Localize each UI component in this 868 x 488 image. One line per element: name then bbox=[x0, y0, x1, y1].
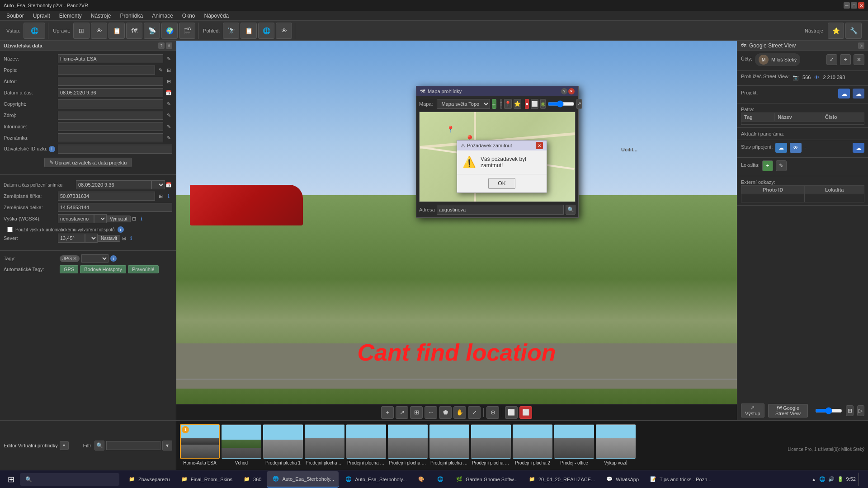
datum-snimku-select[interactable] bbox=[151, 180, 165, 189]
upravit-btn5[interactable]: 📡 bbox=[144, 23, 160, 39]
map-search-btn[interactable]: 🔍 bbox=[566, 205, 576, 215]
menu-animace[interactable]: Animace bbox=[147, 12, 178, 20]
thumb-item-8[interactable]: Prodejní plocha Vozy... bbox=[471, 424, 511, 466]
map-tool-square[interactable]: ⬜ bbox=[531, 99, 538, 109]
filter-btn[interactable]: 🔍 bbox=[94, 441, 104, 450]
pravouhle-btn[interactable]: Pravoúhlé bbox=[128, 265, 159, 273]
minimize-button[interactable]: ─ bbox=[844, 2, 850, 9]
vymazat-btn[interactable]: Vymazat bbox=[107, 216, 131, 222]
right-view-btn[interactable]: ⊞ bbox=[846, 405, 853, 416]
sever-info-btn[interactable]: ℹ bbox=[127, 235, 135, 242]
edit-user-data-btn[interactable]: ✎ Upravit uživatelská data projektu bbox=[44, 158, 132, 167]
vp-btn-poly[interactable]: ⬟ bbox=[439, 406, 452, 419]
userid-input[interactable] bbox=[58, 145, 172, 154]
nazev-edit-btn[interactable]: ✎ bbox=[165, 55, 172, 62]
thumb-item-3[interactable]: Prodejní plocha 1 bbox=[263, 424, 303, 466]
bodove-hotspoty-btn[interactable]: Bodové Hotspoty bbox=[80, 265, 126, 273]
map-tool-red[interactable]: ● bbox=[525, 99, 529, 109]
mapa-add-btn[interactable]: + bbox=[492, 99, 496, 109]
taskbar-item-tips[interactable]: 📝 Tips and tricks - Pozn... bbox=[644, 471, 716, 488]
menu-upravit[interactable]: Upravit bbox=[28, 12, 55, 20]
vyska-copy-btn[interactable]: ⊞ bbox=[131, 215, 138, 222]
thumb-item-5[interactable]: Prodejní plocha SUV bbox=[346, 424, 386, 466]
map-zoom-slider[interactable] bbox=[547, 100, 575, 108]
thumb-item-7[interactable]: Prodejní plocha Rod... bbox=[429, 424, 469, 466]
vp-btn-hand[interactable]: ✋ bbox=[453, 406, 466, 419]
adresa-input[interactable] bbox=[437, 205, 564, 215]
pohled-btn3[interactable]: 🌐 bbox=[258, 23, 274, 39]
tray-arrow[interactable]: ▲ bbox=[811, 477, 816, 482]
vp-btn-grid[interactable]: ⊞ bbox=[410, 406, 423, 419]
datum-snimku-input[interactable] bbox=[76, 180, 151, 189]
popis-edit-btn[interactable]: ✎ bbox=[157, 66, 164, 74]
taskbar-item-whatsapp[interactable]: 💬 WhatsApp bbox=[600, 471, 643, 488]
zem-sirka-copy-btn[interactable]: ⊞ bbox=[157, 192, 164, 200]
menu-nastroje[interactable]: Nástroje bbox=[86, 12, 116, 20]
conn-eye-icon[interactable]: 👁 bbox=[790, 143, 802, 153]
lokalita-edit-btn[interactable]: ✎ bbox=[776, 160, 787, 171]
sever-copy-btn[interactable]: ⊞ bbox=[120, 235, 127, 242]
nastroje-btn1[interactable]: ⭐ bbox=[828, 23, 844, 39]
tag-select[interactable] bbox=[81, 254, 108, 263]
nastavit-btn[interactable]: Nastavit bbox=[98, 235, 120, 242]
ucty-check-btn[interactable]: ✓ bbox=[826, 54, 837, 65]
nastroje-btn2[interactable]: 🔧 bbox=[845, 23, 862, 39]
copyright-input[interactable] bbox=[58, 99, 163, 108]
thumb-item-4[interactable]: Prodejní plocha Vozy... bbox=[305, 424, 344, 466]
zem-delka-input[interactable] bbox=[58, 203, 172, 212]
map-tool-pin[interactable]: 📍 bbox=[504, 99, 512, 109]
right-panel-expand-btn[interactable]: ▷ bbox=[858, 42, 864, 49]
thumb-item-2[interactable]: Vchod bbox=[222, 424, 261, 466]
autor-copy-btn[interactable]: ⊞ bbox=[165, 78, 172, 85]
start-button[interactable]: ⊞ bbox=[2, 470, 20, 488]
userid-info-icon[interactable]: i bbox=[49, 146, 55, 152]
popis-clear-btn[interactable]: ⊞ bbox=[165, 66, 172, 74]
stav-upload-btn[interactable]: ☁ bbox=[853, 143, 864, 153]
ucty-del-btn[interactable]: ✕ bbox=[854, 54, 864, 65]
taskbar-search[interactable] bbox=[20, 473, 119, 486]
datum-cal-btn[interactable]: 📅 bbox=[165, 89, 172, 96]
vp-btn-move[interactable]: ⤢ bbox=[468, 406, 481, 419]
zem-sirka-info-btn[interactable]: ℹ bbox=[165, 192, 172, 200]
menu-soubor[interactable]: Soubor bbox=[2, 12, 28, 20]
nazev-input[interactable] bbox=[58, 54, 163, 63]
vp-btn-square1[interactable]: ⬜ bbox=[505, 406, 518, 419]
ucty-add-btn[interactable]: + bbox=[840, 54, 851, 65]
informace-edit-btn[interactable]: ✎ bbox=[165, 123, 172, 130]
lokalita-add-btn[interactable]: + bbox=[762, 160, 773, 171]
taskbar-item-pano2[interactable]: 🌐 Auto_Esa_Sterboholy... bbox=[340, 471, 411, 488]
vstup-pano-btn[interactable]: 🌐 bbox=[24, 23, 45, 39]
taskbar-item-browser[interactable]: 🌐 bbox=[431, 471, 449, 488]
vystup-btn[interactable]: ↗ Výstup bbox=[741, 404, 764, 418]
taskbar-item-realizace[interactable]: 📁 20_04_20_REALIZACE... bbox=[523, 471, 599, 488]
conn-cloud-icon[interactable]: ☁ bbox=[775, 143, 787, 153]
menu-prohlidka[interactable]: Prohlídka bbox=[115, 12, 147, 20]
gsv-btn[interactable]: 🗺 Google Street View bbox=[768, 404, 808, 418]
gps-btn[interactable]: GPS bbox=[60, 265, 78, 273]
alert-close-btn[interactable]: ✕ bbox=[536, 142, 543, 149]
left-panel-close-btn[interactable]: ✕ bbox=[166, 42, 172, 49]
menu-elementy[interactable]: Elementy bbox=[55, 12, 86, 20]
zem-sirka-input[interactable] bbox=[58, 192, 155, 201]
projekt-upload-btn[interactable]: ☁ bbox=[838, 89, 850, 99]
thumb-item-6[interactable]: Prodejní plocha Rod... bbox=[388, 424, 428, 466]
filter-mode-btn[interactable]: ▾ bbox=[162, 441, 172, 450]
vyska-input[interactable] bbox=[58, 214, 94, 223]
right-zoom-slider[interactable] bbox=[815, 408, 842, 414]
thumb-item-1[interactable]: 1 Home-Auta ESA bbox=[180, 424, 220, 466]
taskbar-item-finalroom[interactable]: 📁 Final_Room_Skins bbox=[175, 471, 237, 488]
thumb-item-9[interactable]: Prodejní plocha 2 bbox=[513, 424, 552, 466]
thumb-item-11[interactable]: Výkup vozů bbox=[596, 424, 636, 466]
taskbar-item-zbavseparezu[interactable]: 📁 Zbavseparezu bbox=[123, 471, 175, 488]
map-dialog-help-btn[interactable]: ? bbox=[561, 88, 567, 94]
sever-input[interactable] bbox=[58, 234, 85, 243]
vp-btn-link[interactable]: ↔ bbox=[425, 406, 437, 419]
show-desktop-btn[interactable] bbox=[859, 473, 861, 486]
taskbar-item-garden[interactable]: 🌿 Garden Gnome Softw... bbox=[450, 471, 522, 488]
vp-btn-square2[interactable]: ⬜ bbox=[519, 406, 532, 419]
map-tool-star[interactable]: ⭐ bbox=[514, 99, 521, 109]
mapa-select[interactable]: Mapa světa Topo bbox=[437, 99, 490, 109]
taskbar-item-360[interactable]: 📁 360 bbox=[238, 471, 266, 488]
thumb-item-10[interactable]: Prodej - office bbox=[554, 424, 594, 466]
sever-unit-select[interactable] bbox=[85, 234, 98, 243]
